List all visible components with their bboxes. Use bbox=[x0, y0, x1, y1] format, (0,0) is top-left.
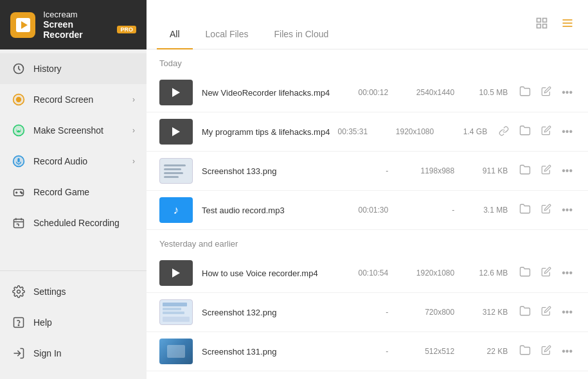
file-info: Screenshot 131.png bbox=[202, 346, 344, 357]
file-resolution: 2540x1440 bbox=[406, 88, 454, 97]
open-folder-icon[interactable] bbox=[517, 163, 533, 179]
play-icon bbox=[172, 269, 180, 278]
open-folder-icon[interactable] bbox=[517, 123, 533, 140]
more-options-icon[interactable]: ••• bbox=[559, 266, 575, 280]
open-folder-icon[interactable] bbox=[517, 304, 533, 321]
music-icon: ♪ bbox=[174, 204, 179, 217]
edit-icon[interactable] bbox=[539, 163, 554, 179]
sidebar-item-settings-label: Settings bbox=[33, 286, 66, 297]
sidebar-item-signin-label: Sign In bbox=[33, 348, 62, 358]
sidebar-item-history[interactable]: History bbox=[0, 53, 147, 84]
sidebar-item-record-audio[interactable]: Record Audio › bbox=[0, 146, 147, 177]
svg-point-8 bbox=[18, 130, 20, 132]
edit-icon[interactable] bbox=[539, 202, 554, 218]
file-info: Test audio record.mp3 bbox=[202, 204, 344, 216]
grid-view-button[interactable] bbox=[531, 14, 552, 35]
list-item[interactable]: Screenshot 131.png - 512x512 22 KB bbox=[147, 332, 588, 371]
list-item[interactable]: How to use Voice recorder.mp4 00:10:54 1… bbox=[147, 254, 588, 293]
more-options-icon[interactable]: ••• bbox=[559, 203, 575, 217]
section-today: Today bbox=[147, 49, 588, 73]
app-title-top: Icecream bbox=[43, 10, 136, 19]
sidebar-item-settings[interactable]: Settings bbox=[0, 276, 147, 307]
file-size: 312 KB bbox=[472, 308, 508, 317]
edit-icon[interactable] bbox=[539, 344, 554, 359]
sidebar-item-help[interactable]: Help bbox=[0, 307, 147, 338]
edit-icon[interactable] bbox=[539, 304, 554, 320]
file-resolution: 1920x1080 bbox=[386, 127, 434, 136]
file-meta: 00:00:12 2540x1440 10.5 MB bbox=[353, 88, 508, 97]
file-meta: - 720x800 312 KB bbox=[353, 308, 508, 317]
file-thumbnail bbox=[159, 80, 193, 105]
open-folder-icon[interactable] bbox=[517, 343, 533, 360]
file-duration: - bbox=[353, 166, 388, 175]
sidebar-bottom: Settings Help Sign In bbox=[0, 270, 147, 379]
file-duration: - bbox=[353, 347, 388, 356]
link-icon[interactable] bbox=[496, 125, 512, 139]
edit-icon[interactable] bbox=[539, 124, 554, 139]
tab-files-in-cloud[interactable]: Files in Cloud bbox=[261, 20, 341, 49]
edit-icon[interactable] bbox=[539, 265, 554, 281]
file-resolution: 1198x988 bbox=[406, 166, 454, 175]
sidebar-item-scheduled[interactable]: Scheduled Recording bbox=[0, 207, 147, 238]
more-options-icon[interactable]: ••• bbox=[559, 305, 575, 319]
tab-local-files[interactable]: Local Files bbox=[193, 20, 262, 49]
file-actions: ••• bbox=[517, 163, 575, 179]
pro-badge: PRO bbox=[117, 26, 136, 33]
app-title: Icecream Screen Recorder PRO bbox=[43, 10, 136, 40]
sidebar-item-history-label: History bbox=[33, 64, 62, 74]
sidebar-item-scheduled-label: Scheduled Recording bbox=[33, 218, 120, 228]
file-actions: ••• bbox=[496, 123, 575, 140]
sidebar-item-make-screenshot[interactable]: Make Screenshot › bbox=[0, 115, 147, 146]
more-options-icon[interactable]: ••• bbox=[559, 164, 575, 178]
file-info: My programm tips & lifehacks.mp4 bbox=[202, 126, 323, 137]
file-duration: - bbox=[353, 308, 388, 317]
file-info: How to use Voice recorder.mp4 bbox=[202, 267, 344, 279]
file-actions: ••• bbox=[517, 265, 575, 281]
tabs: All Local Files Files in Cloud bbox=[157, 0, 341, 49]
list-item[interactable]: New VideoRecorder lifehacks.mp4 00:00:12… bbox=[147, 73, 588, 112]
history-icon bbox=[12, 62, 26, 76]
sidebar-item-record-screen[interactable]: Record Screen › bbox=[0, 84, 147, 115]
file-actions: ••• bbox=[517, 84, 575, 101]
more-options-icon[interactable]: ••• bbox=[559, 85, 575, 100]
svg-rect-11 bbox=[17, 158, 19, 163]
file-meta: 00:10:54 1920x1080 12.6 MB bbox=[353, 269, 508, 278]
edit-icon[interactable] bbox=[539, 85, 554, 100]
file-actions: ••• bbox=[517, 343, 575, 360]
audio-chevron-icon: › bbox=[132, 157, 135, 166]
scheduled-icon bbox=[12, 216, 26, 230]
play-icon bbox=[172, 127, 180, 136]
open-folder-icon[interactable] bbox=[517, 84, 533, 101]
app-header: Icecream Screen Recorder PRO bbox=[0, 0, 147, 49]
file-name: My programm tips & lifehacks.mp4 bbox=[202, 127, 330, 137]
open-folder-icon[interactable] bbox=[517, 202, 533, 218]
file-info: New VideoRecorder lifehacks.mp4 bbox=[202, 87, 344, 98]
svg-point-3 bbox=[16, 97, 21, 102]
section-yesterday: Yesterday and earlier bbox=[147, 230, 588, 254]
app-title-name: Screen Recorder bbox=[43, 19, 113, 40]
list-item[interactable]: ♪ Test audio record.mp3 00:01:30 - 3.1 M… bbox=[147, 191, 588, 230]
file-info: Screenshot 132.png bbox=[202, 306, 344, 318]
file-size: 911 KB bbox=[472, 166, 508, 175]
file-name: New VideoRecorder lifehacks.mp4 bbox=[202, 88, 330, 98]
main-header: All Local Files Files in Cloud bbox=[147, 0, 588, 49]
file-info: Screenshot 133.png bbox=[202, 165, 344, 177]
file-resolution: - bbox=[406, 206, 454, 215]
more-options-icon[interactable]: ••• bbox=[559, 125, 575, 139]
file-meta: - 512x512 22 KB bbox=[353, 347, 508, 356]
list-view-button[interactable] bbox=[557, 14, 578, 35]
svg-rect-29 bbox=[543, 18, 547, 22]
sidebar-item-screenshot-label: Make Screenshot bbox=[33, 125, 103, 136]
sidebar-item-signin[interactable]: Sign In bbox=[0, 338, 147, 369]
screenshot-icon bbox=[12, 123, 26, 137]
tab-all[interactable]: All bbox=[157, 20, 193, 49]
open-folder-icon[interactable] bbox=[517, 265, 533, 281]
record-screen-chevron-icon: › bbox=[132, 95, 135, 104]
more-options-icon[interactable]: ••• bbox=[559, 344, 575, 358]
sidebar-item-record-game[interactable]: Record Game bbox=[0, 177, 147, 207]
file-size: 12.6 MB bbox=[472, 269, 508, 278]
sidebar-item-help-label: Help bbox=[33, 317, 52, 328]
list-item[interactable]: My programm tips & lifehacks.mp4 00:35:3… bbox=[147, 112, 588, 152]
list-item[interactable]: Screenshot 132.png - 720x800 312 KB bbox=[147, 293, 588, 332]
list-item[interactable]: Screenshot 133.png - 1198x988 911 KB bbox=[147, 152, 588, 191]
